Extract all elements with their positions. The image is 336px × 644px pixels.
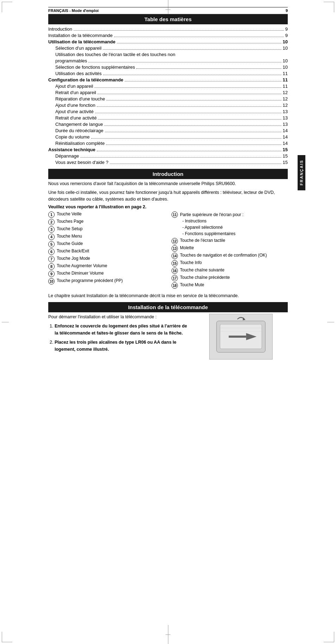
- numbered-items: 1 Touche Veille 2 Touches Page 3 Touche …: [48, 211, 288, 290]
- toc-row-selection-appareil: Sélection d'un appareil 10: [48, 45, 288, 51]
- install-header: Installation de la télécommande: [48, 302, 288, 312]
- num-circle-15: 15: [172, 260, 178, 266]
- install-step-2: Placez les trois piles alcalines de type…: [55, 339, 188, 353]
- num-circle-10: 10: [48, 278, 55, 284]
- num-circle-16: 16: [172, 268, 178, 274]
- item-16: 16 Touche chaîne suivante: [172, 268, 288, 274]
- top-label: FRANÇAIS - Mode d'emploi 9: [48, 7, 288, 14]
- item-7-label: Touche Jog Mode: [57, 256, 90, 261]
- battery-svg: [210, 314, 272, 360]
- toc-row-aide: Vous avez besoin d'aide ? 15: [48, 159, 288, 165]
- corner-mark-br: [324, 632, 334, 642]
- item-7: 7 Touche Jog Mode: [48, 256, 164, 262]
- install-content: Pour démarrer l'installation et utiliser…: [48, 314, 288, 360]
- num-circle-6: 6: [48, 249, 55, 255]
- toc-row-ecran: Utilisation des touches de l'écran tacti…: [48, 51, 288, 57]
- installation-section: Installation de la télécommande Pour dém…: [48, 302, 288, 360]
- corner-mark-tr: [324, 2, 334, 12]
- num-circle-5: 5: [48, 241, 55, 247]
- item-5-label: Touche Guide: [57, 241, 83, 246]
- illustration-ref: Veuillez vous reporter à l'illustration …: [48, 204, 288, 209]
- num-circle-8: 8: [48, 263, 55, 270]
- install-steps-list: Enfoncez le couvercle du logement des pi…: [48, 323, 188, 353]
- lang-mode-label: FRANÇAIS - Mode d'emploi: [48, 8, 99, 13]
- item-13-label: Molette: [180, 245, 194, 250]
- num-circle-18: 18: [172, 282, 178, 289]
- num-circle-1: 1: [48, 211, 55, 218]
- item-4: 4 Touche Menu: [48, 234, 164, 240]
- item-11-label: Partie supérieure de l'écran pour : - In…: [180, 211, 243, 237]
- num-circle-17: 17: [172, 275, 178, 281]
- item-2: 2 Touches Page: [48, 219, 164, 225]
- toc-entries: Introduction 9 Installation de la téléco…: [48, 26, 288, 165]
- item-1: 1 Touche Veille: [48, 211, 164, 218]
- item-16-label: Touche chaîne suivante: [180, 268, 224, 272]
- item-17-label: Touche chaîne précédente: [180, 275, 230, 280]
- toc-row-activites: Utilisation des activités 11: [48, 70, 288, 76]
- num-circle-2: 2: [48, 219, 55, 225]
- num-circle-13: 13: [172, 245, 178, 252]
- toc-row-reparation: Réparation d'une touche 12: [48, 96, 288, 102]
- install-intro: Pour démarrer l'installation et utiliser…: [48, 314, 188, 320]
- items-left-col: 1 Touche Veille 2 Touches Page 3 Touche …: [48, 211, 164, 290]
- num-circle-11: 11: [172, 211, 178, 218]
- intro-para1: Nous vous remercions d'avoir fait l'acqu…: [48, 180, 288, 187]
- install-text-col: Pour démarrer l'installation et utiliser…: [48, 314, 188, 355]
- toc-row-depannage: Dépannage 15: [48, 153, 288, 159]
- corner-mark-tl: [2, 2, 12, 12]
- battery-illustration: [209, 314, 273, 360]
- item-12: 12 Touche de l'écran tactile: [172, 238, 288, 244]
- intro-header: Introduction: [48, 169, 288, 179]
- item-6: 6 Touche Back/Exit: [48, 249, 164, 255]
- page-number: 9: [286, 8, 288, 13]
- item-2-label: Touches Page: [57, 219, 83, 224]
- toc-row-langue: Changement de langue 13: [48, 121, 288, 127]
- following-text: Le chapitre suivant Installation de la t…: [48, 293, 288, 299]
- num-circle-4: 4: [48, 234, 55, 240]
- svg-rect-6: [229, 336, 246, 338]
- item-14-label: Touches de navigation et de confirmation…: [180, 253, 267, 258]
- item-10: 10 Touche programme précédent (PP): [48, 278, 164, 284]
- item-14: 14 Touches de navigation et de confirmat…: [172, 253, 288, 259]
- toc-row-retrait-appareil: Retrait d'un appareil 12: [48, 89, 288, 96]
- right-center-mark: [327, 322, 334, 322]
- side-tab: FRANÇAIS: [298, 155, 305, 190]
- num-circle-9: 9: [48, 271, 55, 277]
- toc-row-programmables: programmables 10: [48, 57, 288, 64]
- install-step-1: Enfoncez le couvercle du logement des pi…: [55, 323, 188, 337]
- item-9-label: Touche Diminuer Volume: [57, 271, 104, 276]
- num-circle-12: 12: [172, 238, 178, 244]
- item-1-label: Touche Veille: [57, 211, 82, 216]
- toc-row-ajout-fonction: Ajout d'une fonction 12: [48, 102, 288, 108]
- item-12-label: Touche de l'écran tactile: [180, 238, 225, 243]
- item-5: 5 Touche Guide: [48, 241, 164, 247]
- toc-row-assistance: Assistance technique 15: [48, 146, 288, 153]
- item-13: 13 Molette: [172, 245, 288, 252]
- item-15: 15 Touche Info: [172, 260, 288, 266]
- toc-row-utilisation: Utilisation de la télécommande 10: [48, 38, 288, 45]
- toc-row-volume: Copie du volume 14: [48, 134, 288, 140]
- toc-header: Table des matières: [48, 14, 288, 24]
- item-9: 9 Touche Diminuer Volume: [48, 271, 164, 277]
- item-18: 18 Touche Mute: [172, 282, 288, 289]
- toc-row-ajout-activite: Ajout d'une activité 13: [48, 108, 288, 115]
- center-bottom-mark: [166, 625, 170, 644]
- left-center-mark: [2, 322, 9, 322]
- item-3: 3 Touche Setup: [48, 226, 164, 233]
- item-15-label: Touche Info: [180, 260, 202, 265]
- item-8: 8 Touche Augmenter Volume: [48, 263, 164, 270]
- install-image-col: [194, 314, 288, 360]
- item-18-label: Touche Mute: [180, 282, 204, 287]
- toc-row-installation: Installation de la télécommande 9: [48, 32, 288, 38]
- corner-mark-bl: [2, 632, 12, 642]
- toc-row-ajout-appareil: Ajout d'un appareil 11: [48, 83, 288, 89]
- toc-row-introduction: Introduction 9: [48, 26, 288, 32]
- item-8-label: Touche Augmenter Volume: [57, 263, 107, 268]
- item-6-label: Touche Back/Exit: [57, 249, 89, 253]
- item-4-label: Touche Menu: [57, 234, 82, 239]
- item-3-label: Touche Setup: [57, 226, 82, 231]
- items-right-col: 11 Partie supérieure de l'écran pour : -…: [172, 211, 288, 290]
- num-circle-3: 3: [48, 226, 55, 233]
- toc-row-retrait-activite: Retrait d'une activité 13: [48, 115, 288, 121]
- toc-row-reinit: Réinitialisation complète 14: [48, 140, 288, 146]
